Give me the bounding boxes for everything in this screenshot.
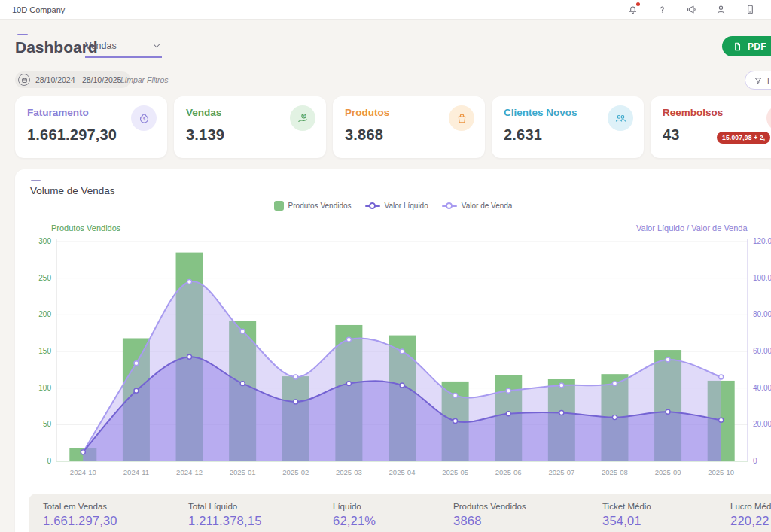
summary-label: Produtos Vendidos	[453, 502, 526, 511]
title-accent-dash	[17, 34, 28, 35]
legend-label: Valor Líquido	[385, 202, 428, 210]
chart-accent-dash	[31, 180, 41, 181]
kpi-value: 3.139	[186, 126, 314, 144]
summary-value: 62,21%	[333, 514, 376, 528]
refund-amount-badge: 15.007,98 + 2,	[717, 132, 770, 144]
point-valor-líquido[interactable]	[506, 412, 510, 416]
export-document-icon	[732, 41, 742, 52]
x-axis-tick: 2024-11	[123, 468, 149, 476]
kpi-cards-row: Faturamento1.661.297,30$Vendas3.139$Prod…	[15, 96, 771, 158]
summary-value: 1.661.297,30	[43, 514, 117, 528]
summary-value: 1.211.378,15	[188, 514, 262, 528]
pdf-button-label: PDF	[748, 41, 766, 52]
point-valor-líquido[interactable]	[453, 418, 458, 423]
user-icon[interactable]	[715, 4, 727, 15]
kpi-card-vendas[interactable]: Vendas3.139$	[174, 96, 326, 158]
dashboard-type-select[interactable]: Vendas	[85, 41, 162, 58]
export-pdf-button[interactable]: PDF	[722, 36, 771, 56]
summary-label: Líquido	[333, 502, 376, 511]
point-valor-de-venda[interactable]	[666, 357, 670, 362]
point-valor-de-venda[interactable]	[240, 329, 245, 333]
x-axis-tick: 2025-01	[230, 468, 256, 476]
device-icon[interactable]	[745, 4, 756, 15]
summary-ticket-médio: Ticket Médio354,01	[602, 502, 651, 528]
legend-item-valor-líquido[interactable]: Valor Líquido	[365, 202, 428, 210]
point-valor-líquido[interactable]	[81, 450, 85, 454]
kpi-label: Reembolsos	[663, 107, 771, 118]
point-valor-de-venda[interactable]	[346, 337, 351, 342]
summary-total-em-vendas: Total em Vendas1.661.297,30	[43, 502, 117, 528]
topbar-icons	[627, 4, 756, 15]
summary-label: Total Líquido	[188, 502, 262, 511]
point-valor-líquido[interactable]	[294, 400, 298, 404]
point-valor-líquido[interactable]	[719, 418, 724, 422]
point-valor-de-venda[interactable]	[294, 375, 298, 379]
people-icon	[608, 105, 633, 131]
chart-legend: Produtos VendidosValor LíquidoValor de V…	[15, 201, 771, 211]
point-valor-líquido[interactable]	[612, 415, 617, 420]
left-axis-tick: 150	[38, 347, 51, 355]
point-valor-de-venda[interactable]	[559, 383, 564, 388]
right-axis-tick: 120.000	[753, 237, 771, 245]
volume-de-vendas-chart[interactable]: 050100150200250300020.00040.00060.00080.…	[15, 236, 771, 484]
hand-dollar-icon: $	[290, 105, 315, 131]
summary-label: Total em Vendas	[43, 502, 117, 511]
left-axis-tick: 100	[38, 384, 51, 392]
dashboard-page: { "topbar": { "company": "10D Company", …	[0, 0, 771, 532]
point-valor-líquido[interactable]	[666, 409, 670, 414]
point-valor-de-venda[interactable]	[506, 388, 510, 393]
right-axis-tick: 100.000	[753, 274, 771, 282]
kpi-card-clientes-novos[interactable]: Clientes Novos2.631	[492, 96, 644, 158]
calendar-icon	[18, 74, 30, 86]
point-valor-líquido[interactable]	[559, 411, 564, 415]
clear-filters-link[interactable]: Limpar Filtros	[120, 75, 169, 84]
summary-líquido: Líquido62,21%	[333, 502, 376, 528]
kpi-value: 3.868	[345, 126, 473, 144]
chevron-down-icon	[151, 41, 162, 51]
x-axis-tick: 2025-08	[602, 468, 628, 476]
right-axis-tick: 80.000	[753, 310, 771, 318]
left-axis-tick: 300	[38, 237, 51, 245]
summary-total-líquido: Total Líquido1.211.378,15	[188, 502, 262, 528]
legend-item-valor-de-venda[interactable]: Valor de Venda	[442, 202, 513, 210]
kpi-card-reembolsos[interactable]: Reembolsos43$15.007,98 + 2,	[651, 96, 771, 158]
summary-produtos-vendidos: Produtos Vendidos3868	[453, 502, 526, 528]
x-axis-tick: 2025-05	[442, 468, 468, 476]
kpi-value: 2.631	[504, 126, 632, 144]
shopping-bag-icon	[449, 105, 474, 131]
summary-value: 220,22	[730, 514, 771, 528]
point-valor-líquido[interactable]	[400, 383, 404, 388]
legend-label: Produtos Vendidos	[288, 202, 352, 210]
point-valor-líquido[interactable]	[187, 354, 192, 359]
x-axis-tick: 2025-06	[495, 468, 522, 476]
point-valor-de-venda[interactable]	[400, 349, 404, 354]
point-valor-de-venda[interactable]	[612, 382, 617, 386]
legend-item-produtos-vendidos[interactable]: Produtos Vendidos	[274, 201, 352, 211]
totals-summary-strip: Total em Vendas1.661.297,30Total Líquido…	[29, 494, 771, 532]
left-axis-tick: 0	[47, 457, 51, 465]
x-axis-tick: 2025-07	[548, 468, 574, 476]
line-marker-icon	[442, 202, 457, 210]
help-icon[interactable]	[657, 4, 668, 15]
summary-label: Lucro Médio	[730, 502, 771, 511]
point-valor-líquido[interactable]	[346, 382, 351, 386]
summary-value: 3868	[453, 514, 526, 528]
svg-text:$: $	[143, 117, 145, 121]
point-valor-líquido[interactable]	[240, 382, 245, 386]
date-range-filter[interactable]: 28/10/2024 - 28/10/2025	[15, 71, 130, 88]
point-valor-de-venda[interactable]	[453, 393, 458, 397]
point-valor-líquido[interactable]	[134, 388, 139, 393]
kpi-card-produtos[interactable]: Produtos3.868	[333, 96, 485, 158]
filters-button[interactable]: F	[745, 71, 771, 90]
kpi-card-faturamento[interactable]: Faturamento1.661.297,30$	[15, 96, 167, 158]
point-valor-de-venda[interactable]	[719, 375, 724, 379]
x-axis-tick: 2024-12	[176, 468, 203, 476]
left-axis-tick: 200	[38, 310, 51, 318]
notifications-bell-icon[interactable]	[627, 4, 638, 15]
right-axis-tick: 60.000	[753, 347, 771, 355]
point-valor-de-venda[interactable]	[134, 361, 139, 366]
summary-lucro-médio: Lucro Médio220,22	[730, 502, 771, 528]
point-valor-de-venda[interactable]	[187, 280, 192, 284]
kpi-value: 1.661.297,30	[27, 126, 155, 144]
megaphone-icon[interactable]	[686, 4, 697, 15]
